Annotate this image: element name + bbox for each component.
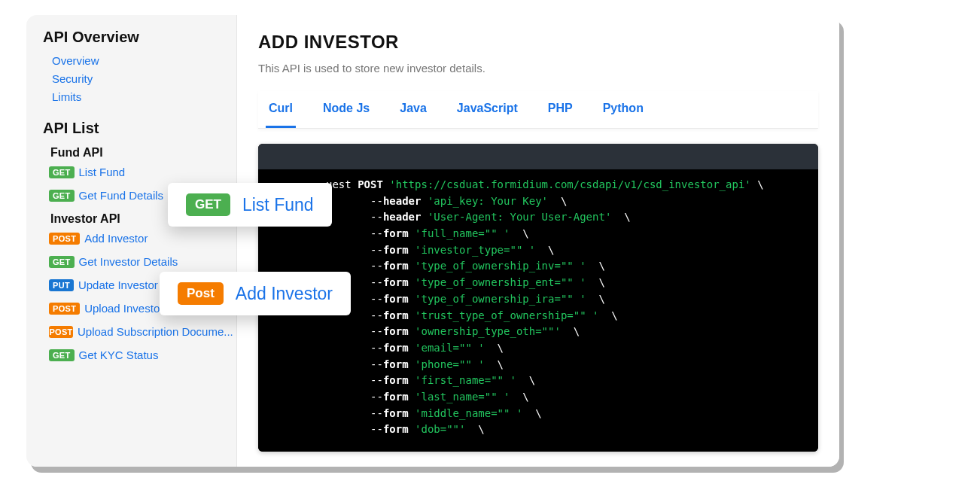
- overview-link-security[interactable]: Security: [52, 70, 230, 88]
- method-badge-get-icon: GET: [49, 349, 75, 361]
- api-item-get-kyc-status[interactable]: GET Get KYC Status: [49, 349, 230, 361]
- overview-link-overview[interactable]: Overview: [52, 52, 230, 70]
- tab-nodejs[interactable]: Node Js: [320, 91, 373, 128]
- api-label[interactable]: Update Investor: [78, 279, 158, 291]
- code-header-bar: [258, 144, 818, 169]
- api-item-list-fund[interactable]: GET List Fund: [49, 166, 230, 178]
- method-badge-get-icon: GET: [49, 190, 75, 202]
- method-badge-post-icon: POST: [49, 233, 80, 245]
- sidebar-list-title: API List: [43, 120, 230, 137]
- tab-curl[interactable]: Curl: [266, 91, 296, 128]
- tab-javascript[interactable]: JavaScript: [454, 91, 521, 128]
- group-title-fund: Fund API: [50, 146, 230, 160]
- api-label[interactable]: Get KYC Status: [79, 349, 159, 361]
- overview-link-limits[interactable]: Limits: [52, 88, 230, 106]
- callout-label: List Fund: [242, 195, 314, 215]
- callout-badge-post-icon: Post: [178, 282, 224, 305]
- method-badge-post-icon: POST: [49, 303, 80, 315]
- main-content: ADD INVESTOR This API is used to store n…: [237, 15, 839, 467]
- api-label[interactable]: Upload Subscription Docume...: [78, 325, 233, 338]
- page-title: ADD INVESTOR: [258, 32, 818, 53]
- tab-python[interactable]: Python: [600, 91, 647, 128]
- callout-list-fund[interactable]: GET List Fund: [168, 183, 332, 227]
- callout-add-investor[interactable]: Post Add Investor: [160, 272, 351, 315]
- callout-label: Add Investor: [236, 284, 333, 304]
- callout-badge-get-icon: GET: [186, 193, 230, 216]
- sidebar-overview-title: API Overview: [43, 29, 230, 46]
- overview-links: Overview Security Limits: [43, 52, 230, 106]
- api-item-upload-subscription-doc[interactable]: POST Upload Subscription Docume...: [49, 325, 230, 338]
- tab-java[interactable]: Java: [397, 91, 430, 128]
- api-label[interactable]: Add Investor: [84, 232, 148, 245]
- tab-php[interactable]: PHP: [545, 91, 576, 128]
- method-badge-get-icon: GET: [49, 166, 75, 178]
- page-description: This API is used to store new investor d…: [258, 62, 818, 75]
- api-label[interactable]: List Fund: [79, 166, 126, 178]
- code-tabs: Curl Node Js Java JavaScript PHP Python: [258, 91, 818, 129]
- sidebar: API Overview Overview Security Limits AP…: [26, 15, 237, 467]
- api-label[interactable]: Get Investor Details: [79, 255, 178, 268]
- api-label[interactable]: Get Fund Details: [79, 189, 164, 202]
- api-item-get-investor-details[interactable]: GET Get Investor Details: [49, 255, 230, 268]
- method-badge-get-icon: GET: [49, 256, 75, 268]
- method-badge-put-icon: PUT: [49, 279, 74, 291]
- app-window: API Overview Overview Security Limits AP…: [26, 15, 839, 467]
- method-badge-post-icon: POST: [49, 326, 73, 338]
- api-item-add-investor[interactable]: POST Add Investor: [49, 232, 230, 245]
